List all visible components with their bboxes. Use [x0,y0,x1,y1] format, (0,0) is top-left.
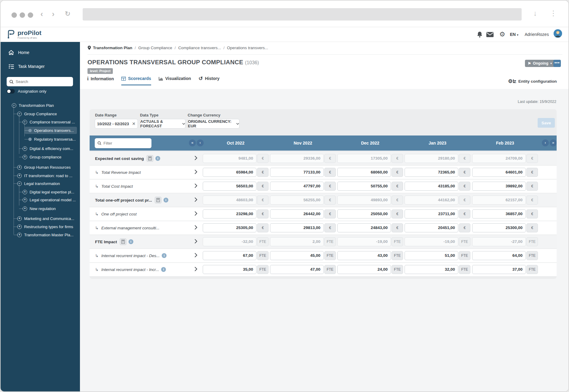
calculator-icon[interactable] [120,238,126,245]
value-input[interactable]: 29813,00 [270,223,324,232]
calculator-icon[interactable] [155,197,161,203]
gear-icon[interactable]: ⚙ [499,30,505,38]
expand-row-icon[interactable] [195,197,197,202]
mail-icon[interactable] [486,32,494,37]
breadcrumb-item[interactable]: Transformation Plan [93,46,132,50]
value-input[interactable]: 65984,00 [203,168,256,177]
tab-visualization[interactable]: Visualization [159,76,191,84]
value-input[interactable]: 72365,00 [405,168,458,177]
tree-node-legal-operational-model[interactable]: +Legal operational model ... [23,196,79,203]
expand-icon[interactable]: + [23,155,27,159]
tree-node-transformation-plan[interactable]: −Transformation Plan [12,102,57,109]
expand-row-icon[interactable] [195,253,197,257]
value-input[interactable]: 36857,00 [472,209,526,218]
assignation-toggle[interactable] [7,89,15,94]
table-filter-input[interactable] [103,141,146,145]
value-input[interactable]: 64,00 [472,251,526,260]
expand-row-icon[interactable] [195,211,197,216]
value-input[interactable]: 26442,00 [270,209,324,218]
value-input[interactable]: 68060,00 [337,168,391,177]
value-input[interactable]: 20451,00 [405,223,458,232]
window-control-dot[interactable] [20,12,25,18]
data-type-select[interactable]: ACTUALS & FORECAST [140,119,186,129]
next-page-icon[interactable]: › [542,139,549,146]
collapse-icon[interactable]: − [12,103,16,108]
tree-node-group-compliance[interactable]: +Group compliance [23,153,65,161]
tree-node-group-compliance[interactable]: −Group Compliance [17,110,60,117]
tree-node-group-human-ressources[interactable]: +Group Human Ressources [17,164,74,171]
expand-row-icon[interactable] [195,183,197,188]
tree-node-operations-transvers[interactable]: Operations transvers... [25,127,77,134]
sidebar-item-task-manager[interactable]: Task Manager [1,62,80,71]
breadcrumb-item[interactable]: Operations transvers... [227,46,268,50]
tree-node-digital-legal-expertise-pl[interactable]: +Digital legal expertise pl... [23,188,77,196]
tree-node-marketing-and-communica[interactable]: +Marketing and Communica... [17,215,77,222]
search-input[interactable] [16,79,70,84]
app-logo[interactable]: proPilot Powered by dFakto [7,29,41,39]
tree-node-new-regulation[interactable]: +New regulation [23,205,59,212]
date-range-input[interactable]: 10/2022 - 02/2023 ✕ [95,119,138,129]
tree-node-regulatory-transversa[interactable]: Regulatory transversa... [28,135,79,143]
window-control-dot[interactable] [28,12,33,18]
value-input[interactable]: 25300,00 [472,223,526,232]
value-input[interactable]: 24843,00 [337,223,391,232]
status-dropdown-button[interactable]: ⚑ Ongoing ▾ [525,60,555,67]
info-icon[interactable]: i [129,239,133,244]
value-input[interactable]: 23298,00 [203,209,256,218]
value-input[interactable]: 32,00 [405,265,458,274]
tab-information[interactable]: iInformation [87,76,114,85]
download-icon[interactable]: ↓ [533,9,537,18]
expand-row-icon[interactable] [195,225,197,230]
value-input[interactable]: 56503,00 [203,182,256,191]
collapse-icon[interactable]: − [17,181,22,186]
value-input[interactable]: 23711,00 [405,209,458,218]
browser-menu-icon[interactable]: ⋮ [550,9,557,18]
first-page-icon[interactable]: « [189,139,196,146]
user-name[interactable]: AdrienRozes [525,32,549,37]
sidebar-search[interactable] [7,77,73,86]
info-icon[interactable]: i [164,198,168,202]
value-input[interactable]: 25305,00 [203,223,256,232]
tree-node-digital-efficiency-com[interactable]: +Digital & efficiency com... [23,145,76,152]
expand-icon[interactable]: + [23,198,27,202]
info-icon[interactable]: i [162,253,167,258]
expand-icon[interactable]: + [23,190,27,194]
value-input[interactable]: 77133,00 [270,168,324,177]
clear-icon[interactable]: ✕ [132,121,135,126]
expand-row-icon[interactable] [195,267,197,271]
expand-icon[interactable]: + [17,165,22,170]
value-input[interactable]: 24,00 [337,265,391,274]
tab-history[interactable]: ↺History [199,76,219,84]
more-actions-button[interactable]: ••• [553,60,561,67]
collapse-icon[interactable]: − [23,120,27,124]
leaf-bullet-icon[interactable] [28,129,32,132]
expand-icon[interactable]: + [23,146,27,151]
leaf-bullet-icon[interactable] [28,138,32,141]
expand-row-icon[interactable] [195,239,197,244]
expand-icon[interactable]: + [17,233,22,237]
forward-icon[interactable]: › [52,10,55,18]
collapse-icon[interactable]: − [17,112,22,116]
refresh-icon[interactable]: ↻ [65,10,70,18]
value-input[interactable]: 47,00 [270,265,324,274]
info-icon[interactable]: i [161,267,166,272]
value-input[interactable]: 67,00 [203,251,256,260]
language-selector[interactable]: EN ▾ [510,32,518,37]
expand-icon[interactable]: + [17,174,22,178]
value-input[interactable]: 45,00 [270,251,324,260]
value-input[interactable]: 50755,00 [337,182,391,191]
expand-icon[interactable]: + [23,206,27,211]
value-input[interactable]: 35,00 [203,265,256,274]
table-filter[interactable] [95,138,151,148]
bell-icon[interactable] [477,31,483,38]
value-input[interactable]: 25050,00 [337,209,391,218]
value-input[interactable]: 51,00 [405,251,458,260]
value-input[interactable]: 43,00 [337,251,391,260]
tree-node-it-transformation-road-to[interactable]: +IT transformation: road to ... [17,172,75,179]
last-page-icon[interactable]: » [550,139,557,146]
info-icon[interactable]: i [155,156,160,161]
tab-scorecards[interactable]: Scorecards [121,76,151,85]
save-button[interactable]: Save [538,118,555,128]
value-input[interactable]: 39892,00 [472,182,526,191]
tree-node-transformation-master-pla[interactable]: +Transformation Master Pla... [17,231,77,238]
